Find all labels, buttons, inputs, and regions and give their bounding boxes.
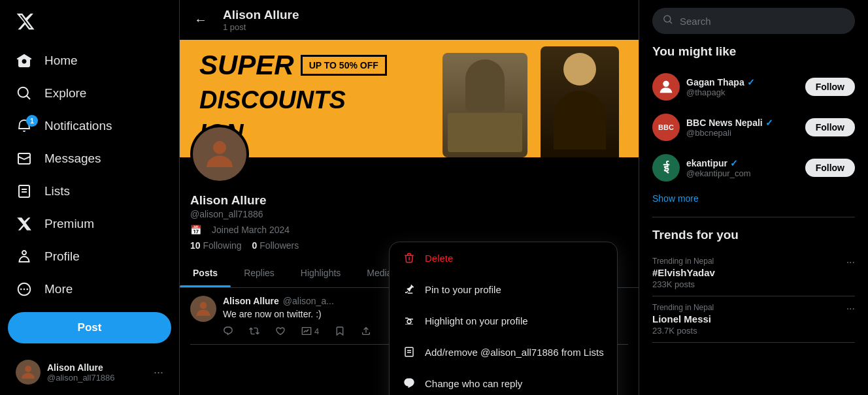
logo[interactable] [8, 5, 171, 40]
user-more-dots[interactable]: ··· [154, 366, 163, 379]
follow-handle-gagan: @thapagk [686, 87, 799, 97]
follow-button-gagan[interactable]: Follow [805, 78, 855, 96]
post-author-handle: @alison_a... [283, 296, 334, 306]
trends-section: Trends for you Trending in Nepal #Elvish… [652, 228, 855, 343]
menu-label: Delete [425, 253, 453, 264]
user-display-name: Alison Allure [47, 362, 147, 373]
follow-name-ekantipur: ekantipur ✓ [686, 158, 799, 168]
sidebar-item-label: Home [44, 54, 78, 68]
sidebar-item-premium[interactable]: Premium [8, 209, 171, 239]
verified-badge: ✓ [730, 158, 738, 168]
follow-handle-ekantipur: @ekantipur_com [686, 168, 799, 178]
following-label[interactable]: Following [203, 240, 241, 251]
explore-icon [16, 85, 33, 102]
banner-person [541, 46, 619, 157]
menu-label: Highlight on your profile [425, 315, 528, 326]
post-button[interactable]: Post [8, 312, 171, 343]
profile-avatar [190, 125, 249, 183]
verified-badge: ✓ [765, 118, 773, 128]
svg-point-2 [200, 302, 207, 309]
menu-item-reply[interactable]: Change who can reply [390, 368, 617, 395]
post-author-name: Alison Allure [223, 296, 279, 306]
joined-icon: 📅 [190, 225, 201, 235]
profile-section: Alison Allure @alison_all71886 📅 Joined … [180, 157, 639, 251]
banner-discount-text: UP TO 50% OFF [309, 60, 378, 71]
analytics-count: 4 [314, 326, 319, 336]
like-action[interactable] [275, 326, 286, 336]
profile-handle: @alison_all71886 [190, 209, 628, 219]
profile-header-bar: ← Alison Allure 1 post [180, 0, 639, 40]
menu-item-delete[interactable]: Delete [390, 242, 617, 274]
menu-item-pin[interactable]: Pin to your profile [390, 274, 617, 305]
banner-discounts: DISCOUNTS [199, 86, 387, 114]
profile-name: Alison Allure [190, 193, 628, 208]
follow-avatar-gagan [652, 73, 680, 101]
trend-item-elvish[interactable]: Trending in Nepal #ElvishYadav 233K post… [652, 250, 855, 296]
trend-item-messi[interactable]: Trending in Nepal Lionel Messi 23.7K pos… [652, 296, 855, 343]
follow-button-bbc[interactable]: Follow [805, 118, 855, 136]
analytics-action[interactable]: 4 [301, 326, 319, 336]
search-input[interactable] [680, 16, 844, 27]
show-more-button[interactable]: Show more [652, 188, 855, 209]
sidebar-item-messages[interactable]: Messages [8, 144, 171, 174]
trend-more-dots[interactable]: ··· [846, 257, 855, 268]
sidebar-item-explore[interactable]: Explore [8, 78, 171, 108]
sidebar-item-label: Notifications [44, 119, 112, 133]
banner-discount-box: UP TO 50% OFF [301, 55, 387, 76]
follow-handle-bbc: @bbcnepali [686, 128, 799, 138]
mail-icon [16, 150, 33, 167]
trend-count: 23.7K posts [652, 326, 714, 336]
sidebar-item-home[interactable]: Home [8, 46, 171, 76]
tab-highlights[interactable]: Highlights [288, 259, 354, 287]
context-menu: Delete Pin to your profile Highlight on … [389, 242, 618, 395]
reply-action[interactable] [223, 326, 233, 336]
user-handle: @alison_all71886 [47, 373, 147, 383]
trend-more-dots[interactable]: ··· [846, 303, 855, 315]
trends-title: Trends for you [652, 228, 855, 242]
followers-label[interactable]: Followers [259, 240, 299, 251]
verified-badge: ✓ [747, 77, 755, 87]
menu-label: Change who can reply [425, 378, 522, 389]
main-content: ← Alison Allure 1 post SUPER UP TO 50% O… [180, 0, 639, 395]
profile-meta: 📅 Joined March 2024 [190, 225, 628, 235]
sidebar-item-label: Lists [44, 184, 70, 198]
more-icon [16, 281, 33, 298]
share-action[interactable] [361, 326, 371, 336]
search-box[interactable] [652, 8, 855, 34]
menu-item-list[interactable]: Add/remove @alison_all71886 from Lists [390, 336, 617, 368]
lists-icon [16, 183, 33, 200]
premium-icon [16, 215, 33, 232]
sidebar-item-profile[interactable]: Profile [8, 242, 171, 272]
menu-label: Add/remove @alison_all71886 from Lists [425, 347, 604, 358]
trend-count: 233K posts [652, 279, 715, 289]
menu-label: Pin to your profile [425, 284, 501, 295]
right-sidebar: You might like Gagan Thapa ✓ @thapagk Fo… [639, 0, 868, 395]
user-info[interactable]: Alison Allure @alison_all71886 ··· [8, 355, 171, 390]
sidebar-item-notifications[interactable]: 1 Notifications [8, 111, 171, 141]
svg-point-1 [213, 141, 226, 154]
profile-header-subtitle: 1 post [223, 22, 299, 32]
follow-button-ekantipur[interactable]: Follow [805, 159, 855, 177]
profile-info: Alison Allure @alison_all71886 📅 Joined … [190, 157, 628, 251]
person-icon [16, 248, 33, 265]
followers-count: 0 [252, 240, 258, 251]
trend-name: Lionel Messi [652, 313, 714, 324]
svg-point-3 [663, 81, 669, 87]
back-button[interactable]: ← [190, 8, 211, 31]
sidebar-item-lists[interactable]: Lists [8, 176, 171, 206]
banner-jacket [442, 53, 527, 157]
retweet-action[interactable] [249, 326, 259, 336]
follow-name-gagan: Gagan Thapa ✓ [686, 77, 799, 87]
menu-item-highlight[interactable]: Highlight on your profile [390, 305, 617, 336]
sidebar-item-more[interactable]: More [8, 274, 171, 304]
search-icon [663, 14, 673, 27]
list-icon [403, 345, 416, 358]
profile-header-title: Alison Allure [223, 8, 299, 22]
sidebar-item-label: More [44, 282, 73, 296]
home-icon [16, 52, 33, 69]
follow-card-bbc: BBC BBC News Nepali ✓ @bbcnepali Follow [652, 107, 855, 148]
tab-replies[interactable]: Replies [231, 259, 288, 287]
follow-card-gagan: Gagan Thapa ✓ @thapagk Follow [652, 67, 855, 107]
tab-posts[interactable]: Posts [180, 259, 231, 287]
bookmark-action[interactable] [335, 326, 345, 336]
